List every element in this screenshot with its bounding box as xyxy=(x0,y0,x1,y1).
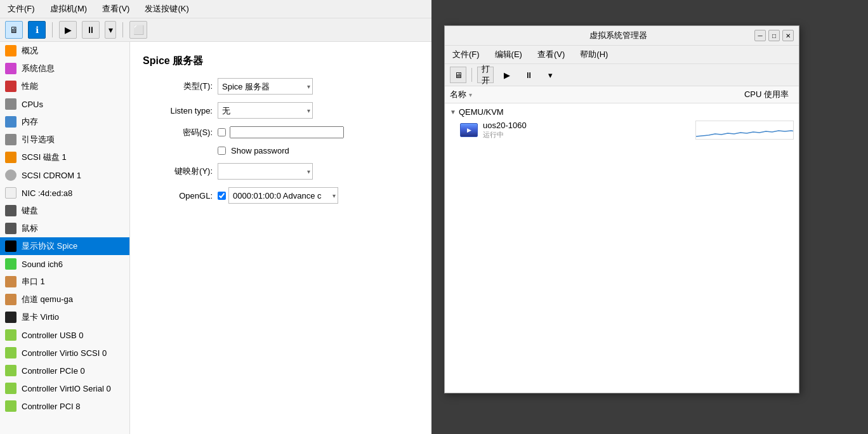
sidebar-item-serial[interactable]: 串口 1 xyxy=(0,273,129,291)
menu-sendkey[interactable]: 发送按键(K) xyxy=(142,2,191,16)
vsm-monitor-icon[interactable]: 🖥 xyxy=(450,67,466,83)
opengl-select[interactable]: 0000:01:00:0 Advance c xyxy=(228,187,338,204)
vsm-dropdown-button[interactable]: ▾ xyxy=(542,67,558,83)
dropdown-button[interactable]: ▾ xyxy=(105,21,116,39)
sidebar-icon-nic xyxy=(5,187,16,199)
screenshot-button[interactable]: ⬜ xyxy=(129,21,147,39)
sidebar-item-overview[interactable]: 概况 xyxy=(0,42,129,60)
highlight-button[interactable]: ℹ xyxy=(28,21,46,39)
form-row-opengl: OpenGL: 0000:01:00:0 Advance c ▾ xyxy=(143,187,419,204)
sidebar-label-sound: Sound ich6 xyxy=(22,260,63,269)
sidebar-item-ctrusb0[interactable]: Controller USB 0 xyxy=(0,326,129,344)
sidebar-item-channel[interactable]: 信道 qemu-ga xyxy=(0,291,129,308)
sidebar-icon-overview xyxy=(5,45,16,56)
vsm-pause-button[interactable]: ⏸ xyxy=(520,67,537,83)
password-checkbox[interactable] xyxy=(218,128,226,136)
sidebar: 概况系统信息性能CPUs内存引导选项SCSI 磁盘 1SCSI CDROM 1N… xyxy=(0,42,130,434)
keymap-select-wrapper[interactable]: ▾ xyxy=(218,163,313,180)
sidebar-label-cdrom1: SCSI CDROM 1 xyxy=(22,171,81,180)
type-control: Spice 服务器 ▾ xyxy=(218,78,313,95)
vsm-group-label: QEMU/KVM xyxy=(459,107,504,117)
sidebar-item-mouse[interactable]: 鼠标 xyxy=(0,220,129,237)
sidebar-icon-gpu xyxy=(5,312,16,323)
sidebar-label-keyboard: 键盘 xyxy=(22,205,38,216)
vsm-group-qemu: ▼ QEMU/KVM xyxy=(445,106,799,118)
vm-name-status: uos20-1060 运行中 xyxy=(483,121,527,140)
vm-icon xyxy=(460,123,478,137)
sidebar-label-ctrvirtio: Controller Virtio SCSI 0 xyxy=(22,348,107,358)
password-input[interactable] xyxy=(230,126,344,138)
sidebar-item-ctrvirtserial[interactable]: Controller VirtIO Serial 0 xyxy=(0,379,129,397)
vsm-menu-view[interactable]: 查看(V) xyxy=(535,48,567,62)
pause-button[interactable]: ⏸ xyxy=(82,21,100,39)
menu-vm[interactable]: 虚拟机(M) xyxy=(48,2,90,16)
keymap-select[interactable] xyxy=(218,163,313,180)
sidebar-item-ctrpcie[interactable]: Controller PCIe 0 xyxy=(0,362,129,379)
main-content: 概况系统信息性能CPUs内存引导选项SCSI 磁盘 1SCSI CDROM 1N… xyxy=(0,42,431,434)
vsm-titlebar: 虚拟系统管理器 ─ □ ✕ xyxy=(445,26,799,46)
sidebar-label-memory: 内存 xyxy=(22,116,38,128)
vsm-toolbar: 🖥 打开 ▶ ⏸ ▾ xyxy=(445,64,799,86)
sidebar-item-gpu[interactable]: 显卡 Virtio xyxy=(0,308,129,326)
sidebar-item-perf[interactable]: 性能 xyxy=(0,77,129,95)
vsm-minimize-button[interactable]: ─ xyxy=(754,30,766,41)
vsm-close-button[interactable]: ✕ xyxy=(782,30,794,41)
sidebar-item-ctrpci8[interactable]: Controller PCI 8 xyxy=(0,397,129,415)
listentype-select[interactable]: 无 xyxy=(218,102,313,119)
sidebar-item-keyboard[interactable]: 键盘 xyxy=(0,202,129,220)
sidebar-item-cdrom1[interactable]: SCSI CDROM 1 xyxy=(0,166,129,184)
opengl-control: 0000:01:00:0 Advance c ▾ xyxy=(218,187,338,204)
sidebar-label-ctrvirtserial: Controller VirtIO Serial 0 xyxy=(22,384,111,393)
vsm-vm-item[interactable]: uos20-1060 运行中 xyxy=(445,118,799,142)
sidebar-icon-sound xyxy=(5,258,16,270)
panel-title: Spice 服务器 xyxy=(143,55,419,68)
sidebar-icon-perf xyxy=(5,81,16,92)
sidebar-icon-sysinfo xyxy=(5,63,16,74)
show-password-label[interactable]: Show password xyxy=(231,146,289,155)
sidebar-item-sysinfo[interactable]: 系统信息 xyxy=(0,60,129,77)
vm-name: uos20-1060 xyxy=(483,121,527,130)
vsm-menu-edit[interactable]: 编辑(E) xyxy=(492,48,525,62)
menu-view[interactable]: 查看(V) xyxy=(100,2,132,16)
sidebar-label-overview: 概况 xyxy=(22,45,38,56)
monitor-button[interactable]: 🖥 xyxy=(5,21,23,39)
keymap-label: 键映射(Y): xyxy=(143,166,213,177)
sidebar-icon-ctrvirtserial xyxy=(5,383,16,394)
sidebar-item-sound[interactable]: Sound ich6 xyxy=(0,255,129,273)
sidebar-item-ctrvirtio[interactable]: Controller Virtio SCSI 0 xyxy=(0,344,129,362)
keymap-control: ▾ xyxy=(218,163,313,180)
vsm-content: 名称 ▾ CPU 使用率 ▼ QEMU/KVM uos20-1060 运行中 xyxy=(445,86,799,393)
form-row-keymap: 键映射(Y): ▾ xyxy=(143,163,419,180)
vsm-group-arrow[interactable]: ▼ xyxy=(450,109,456,115)
main-toolbar: 🖥 ℹ ▶ ⏸ ▾ ⬜ xyxy=(0,18,431,42)
password-label: 密码(S): xyxy=(143,127,213,138)
opengl-checkbox[interactable] xyxy=(218,192,226,200)
vsm-menu-help[interactable]: 帮助(H) xyxy=(577,48,610,62)
sidebar-item-boot[interactable]: 引导选项 xyxy=(0,131,129,148)
vsm-menu-file[interactable]: 文件(F) xyxy=(450,48,482,62)
type-label: 类型(T): xyxy=(143,81,213,92)
sidebar-label-gpu: 显卡 Virtio xyxy=(22,312,59,323)
play-button[interactable]: ▶ xyxy=(59,21,77,39)
sidebar-icon-ctrpci8 xyxy=(5,400,16,412)
type-select-wrapper[interactable]: Spice 服务器 ▾ xyxy=(218,78,313,95)
vsm-vm-list: ▼ QEMU/KVM uos20-1060 运行中 xyxy=(445,103,799,393)
vsm-open-button[interactable]: 打开 xyxy=(477,67,494,83)
menu-file[interactable]: 文件(F) xyxy=(5,2,37,16)
listentype-label: Listen type: xyxy=(143,106,213,115)
sidebar-item-nic[interactable]: NIC :4d:ed:a8 xyxy=(0,184,129,202)
form-row-showpassword: Show password xyxy=(218,146,419,155)
sidebar-item-display[interactable]: 显示协议 Spice xyxy=(0,237,129,255)
opengl-select-wrapper[interactable]: 0000:01:00:0 Advance c ▾ xyxy=(228,187,338,204)
vsm-play-button[interactable]: ▶ xyxy=(499,67,515,83)
listentype-select-wrapper[interactable]: 无 ▾ xyxy=(218,102,313,119)
vsm-maximize-button[interactable]: □ xyxy=(768,30,780,41)
vsm-col-sort-arrow[interactable]: ▾ xyxy=(469,91,472,98)
vsm-vm-info: uos20-1060 运行中 xyxy=(460,121,695,140)
sidebar-item-scsi1[interactable]: SCSI 磁盘 1 xyxy=(0,148,129,166)
type-select[interactable]: Spice 服务器 xyxy=(218,78,313,95)
sidebar-item-memory[interactable]: 内存 xyxy=(0,113,129,131)
show-password-checkbox[interactable] xyxy=(218,147,226,155)
sidebar-icon-boot xyxy=(5,134,16,145)
sidebar-item-cpu[interactable]: CPUs xyxy=(0,95,129,113)
